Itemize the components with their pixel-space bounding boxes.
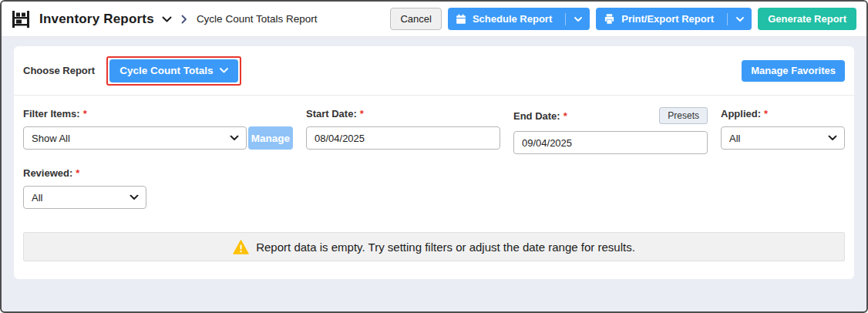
- required-mark: *: [83, 108, 87, 119]
- schedule-report-button[interactable]: Schedule Report: [448, 8, 590, 30]
- click-highlight-box: Cycle Count Totals: [106, 56, 241, 86]
- empty-report-alert-message: Report data is empty. Try setting filter…: [256, 241, 635, 254]
- page-title: Cycle Count Totals Report: [197, 13, 318, 25]
- chevron-down-icon[interactable]: [736, 17, 744, 22]
- reviewed-select[interactable]: All: [23, 186, 146, 209]
- empty-report-alert: Report data is empty. Try setting filter…: [23, 232, 845, 261]
- chevron-down-icon[interactable]: [162, 16, 172, 22]
- panel-header: Choose Report Cycle Count Totals Manage …: [14, 46, 854, 95]
- report-panel: Choose Report Cycle Count Totals Manage …: [14, 46, 854, 279]
- end-date-label: End Date: *: [513, 109, 567, 122]
- report-type-dropdown[interactable]: Cycle Count Totals: [109, 59, 238, 82]
- start-date-label-text: Start Date:: [306, 108, 357, 119]
- print-export-report-label: Print/Export Report: [621, 13, 714, 25]
- calendar-icon: [456, 14, 466, 25]
- chevron-down-icon: [130, 195, 139, 200]
- filter-items-select[interactable]: Show All: [23, 126, 247, 150]
- filter-items-field: Filter Items: * Show All Manag: [23, 107, 293, 154]
- end-date-field: End Date: * Presets: [513, 107, 708, 154]
- generate-report-button[interactable]: Generate Report: [758, 8, 856, 30]
- warning-icon: [233, 240, 249, 254]
- choose-report-label: Choose Report: [23, 65, 95, 76]
- chevron-down-icon: [230, 136, 239, 141]
- required-mark: *: [764, 108, 768, 119]
- chevron-down-icon: [220, 68, 228, 73]
- presets-button-label: Presets: [668, 110, 699, 121]
- applied-label-text: Applied:: [721, 108, 761, 119]
- start-date-input[interactable]: [306, 126, 500, 150]
- manage-favorites-label: Manage Favorites: [751, 65, 836, 76]
- start-date-label: Start Date: *: [306, 107, 500, 119]
- required-mark: *: [564, 110, 567, 122]
- end-date-label-text: End Date:: [513, 110, 560, 122]
- filter-items-label-text: Filter Items:: [23, 108, 80, 119]
- app-window: Inventory Reports Cycle Count Totals Rep…: [0, 0, 868, 313]
- chevron-right-icon: [181, 15, 187, 24]
- reviewed-label-text: Reviewed:: [23, 167, 72, 179]
- applied-value: All: [729, 133, 740, 144]
- reviewed-value: All: [32, 192, 42, 204]
- end-date-label-row: End Date: * Presets: [513, 107, 708, 124]
- reviewed-label: Reviewed: *: [23, 167, 845, 179]
- breadcrumb: Inventory Reports Cycle Count Totals Rep…: [12, 11, 317, 28]
- filters-row-1: Filter Items: * Show All Manag: [23, 107, 845, 154]
- button-divider: [565, 13, 566, 25]
- manage-favorites-button[interactable]: Manage Favorites: [742, 60, 845, 82]
- filter-items-label: Filter Items: *: [23, 107, 293, 119]
- filters-row-2: Reviewed: * All: [23, 167, 845, 209]
- filter-items-value: Show All: [32, 133, 70, 144]
- applied-select[interactable]: All: [721, 126, 845, 150]
- chevron-down-icon[interactable]: [574, 17, 582, 22]
- manage-button-label: Manage: [251, 133, 290, 144]
- applied-label: Applied: *: [721, 107, 845, 119]
- header-actions: Cancel Schedule Report: [390, 8, 856, 30]
- printer-icon: [604, 13, 615, 25]
- nav-title[interactable]: Inventory Reports: [39, 12, 154, 27]
- print-export-report-button[interactable]: Print/Export Report: [596, 8, 752, 30]
- required-mark: *: [76, 167, 79, 179]
- end-date-input[interactable]: [513, 131, 708, 154]
- generate-report-label: Generate Report: [768, 13, 846, 25]
- main-content: Choose Report Cycle Count Totals Manage …: [2, 37, 866, 288]
- schedule-report-label: Schedule Report: [473, 13, 552, 25]
- reviewed-field: Reviewed: * All: [23, 167, 845, 209]
- filters-section: Filter Items: * Show All Manag: [14, 96, 854, 261]
- applied-field: Applied: * All: [721, 107, 845, 154]
- report-type-label: Cycle Count Totals: [119, 65, 213, 76]
- required-mark: *: [360, 108, 364, 119]
- filter-items-control: Show All Manage: [23, 126, 293, 150]
- cancel-button-label: Cancel: [400, 13, 431, 25]
- manage-filter-items-button[interactable]: Manage: [248, 126, 293, 150]
- chevron-down-icon: [828, 136, 837, 141]
- cancel-button[interactable]: Cancel: [390, 8, 441, 30]
- top-bar: Inventory Reports Cycle Count Totals Rep…: [2, 2, 866, 37]
- presets-button[interactable]: Presets: [659, 107, 708, 124]
- start-date-field: Start Date: *: [306, 107, 500, 154]
- button-divider: [727, 13, 728, 25]
- warehouse-rack-icon: [12, 11, 30, 28]
